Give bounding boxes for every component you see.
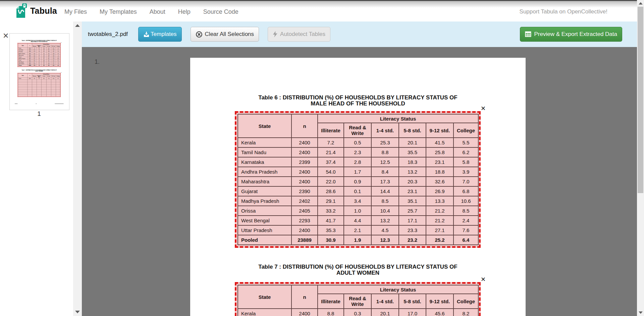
preview-export-button[interactable]: Preview & Export Extracted Data (520, 27, 622, 42)
table-cell: Kerala (238, 309, 291, 316)
main-content: twotables_2.pdf Templates Clear All Sele… (82, 21, 637, 316)
table-header-cell: Read & Write (344, 123, 371, 138)
table-cell: 8.8 (318, 309, 344, 316)
table-cell: 13.2 (371, 216, 399, 225)
table-cell: 22.0 (318, 177, 344, 186)
brand-name: Tabula (30, 6, 57, 16)
table-row: Karnataka 2399 37.4 2.8 12.5 18.3 23.1 5… (238, 157, 478, 167)
table-cell: 35.3 (318, 225, 344, 235)
table-cell: 23.1 (399, 186, 426, 196)
sidebar-scroll-down-icon[interactable] (75, 311, 80, 313)
table-header-group: Literacy Status (318, 114, 478, 123)
table-cell: Uttar Pradesh (238, 225, 291, 235)
table-header-cell: College (453, 294, 478, 309)
page-thumbnail[interactable]: Table 6 : DISTRIBUTION (%) OF HOUSEHOLDS… (9, 33, 69, 110)
table-cell: 8.2 (453, 309, 478, 316)
table-cell: 2400 (291, 177, 318, 186)
table-header-n: n (291, 114, 318, 138)
table-header-n: n (291, 285, 318, 309)
table-cell: 2.8 (344, 157, 371, 167)
table-cell: 21.2 (426, 206, 453, 216)
remove-page-icon[interactable]: ✕ (3, 32, 9, 40)
spreadsheet-icon (525, 31, 532, 37)
clear-all-selections-button[interactable]: Clear All Selections (191, 27, 259, 42)
thumbnail-sidebar: ✕ Table 6 : DISTRIBUTION (%) OF HOUSEHOL… (0, 21, 73, 316)
table-cell: 14.4 (371, 186, 399, 196)
table-cell: 17.3 (371, 177, 399, 186)
table-cell: 8.4 (371, 167, 399, 177)
table-cell: 21.2 (426, 216, 453, 225)
autodetect-button-label: Autodetect Tables (280, 31, 325, 38)
table-cell: 32.6 (426, 177, 453, 186)
support-link[interactable]: Support Tabula on OpenCollective! (520, 2, 607, 21)
table-header-state: State (238, 114, 291, 138)
table6-selection[interactable]: State n Literacy Status IlliterateRead &… (235, 111, 481, 248)
table-cell: 8.5 (453, 206, 478, 216)
autodetect-tables-button[interactable]: Autodetect Tables (268, 27, 330, 42)
nav-item-my-templates[interactable]: My Templates (100, 8, 137, 15)
table-row: Kerala 2400 8.8 0.3 20.1 17.0 45.6 8.2 (238, 309, 478, 316)
table-cell: 7.0 (453, 177, 478, 186)
table-header-cell: 5-8 std. (399, 294, 426, 309)
table-cell: 27.1 (426, 225, 453, 235)
thumbnail-page-number: 1 (9, 110, 69, 118)
table-cell: 2405 (291, 206, 318, 216)
table-row: Tamil Nadu 2400 21.4 2.3 8.8 35.5 25.8 6… (238, 147, 478, 157)
brand-link[interactable]: Tabula (15, 3, 57, 18)
scroll-up-icon[interactable] (639, 2, 643, 5)
table-cell: 8.5 (371, 196, 399, 206)
pdf-page[interactable]: Table 6 : DISTRIBUTION (%) OF HOUSEHOLDS… (190, 58, 526, 316)
table-cell: 21.4 (318, 147, 344, 157)
table-cell: Kerala (238, 138, 291, 147)
table-cell: 2293 (291, 216, 318, 225)
table7-body: Kerala 2400 8.8 0.3 20.1 17.0 45.6 8.2 (238, 309, 478, 316)
table7-close-icon[interactable]: ✕ (481, 276, 486, 282)
save-icon (143, 31, 150, 38)
nav-item-source-code[interactable]: Source Code (203, 8, 238, 15)
table-row: West Bengal 2293 41.7 4.4 13.2 17.1 21.2… (238, 216, 478, 225)
nav-item-about[interactable]: About (150, 8, 165, 15)
table-cell: Tamil Nadu (238, 147, 291, 157)
table-cell: 6.4 (453, 235, 478, 245)
table-row: Kerala 2400 7.2 0.5 25.3 20.1 41.5 5.5 (238, 138, 478, 147)
table-header-cell: 5-8 std. (399, 123, 426, 138)
table-cell: 2402 (291, 196, 318, 206)
table-cell: Pooled (238, 235, 291, 245)
table-header-cell: College (453, 123, 478, 138)
table-cell: 7.2 (318, 138, 344, 147)
table-cell: West Bengal (238, 216, 291, 225)
table-cell: 12.5 (371, 157, 399, 167)
table7-title: Table 7 : DISTRIBUTION (%) OF HOUSEHOLDS… (190, 264, 526, 276)
table-cell: 28.6 (318, 186, 344, 196)
navbar: Tabula My Files My Templates About Help … (0, 0, 637, 21)
table7-title-line1: Table 7 : DISTRIBUTION (%) OF HOUSEHOLDS… (190, 264, 526, 270)
table7-selection[interactable]: State n Literacy Status IlliterateRead &… (235, 282, 481, 316)
scroll-down-icon[interactable] (639, 312, 643, 314)
window-scrollbar[interactable] (637, 0, 644, 316)
table-cell: 4.4 (344, 216, 371, 225)
table-cell: 13.3 (426, 196, 453, 206)
table-cell: Maharashtra (238, 177, 291, 186)
table-cell: 6.8 (453, 186, 478, 196)
table-cell: 0.1 (344, 186, 371, 196)
table-cell: 5.5 (453, 138, 478, 147)
table-cell: 2400 (291, 147, 318, 157)
table-cell: 10.4 (371, 206, 399, 216)
table-cell: 3.4 (344, 196, 371, 206)
nav-item-help[interactable]: Help (178, 8, 191, 15)
scrollbar-thumb[interactable] (638, 7, 643, 193)
table6-title-line2: MALE HEAD OF THE HOUSEHOLD (190, 101, 526, 107)
sidebar-scroll-up-icon[interactable] (75, 24, 80, 27)
table6-close-icon[interactable]: ✕ (481, 105, 486, 111)
table-cell: 25.7 (399, 206, 426, 216)
page-number-marker: 1. (95, 58, 100, 65)
table-header-cell: 9-12 std. (426, 294, 453, 309)
table-cell: 0.3 (344, 309, 371, 316)
nav-item-my-files[interactable]: My Files (64, 8, 87, 15)
table-cell: 2400 (291, 167, 318, 177)
table-cell: 17.1 (399, 216, 426, 225)
table-cell: 54.0 (318, 167, 344, 177)
table-cell: 8.8 (371, 147, 399, 157)
templates-button[interactable]: Templates (138, 27, 181, 42)
sidebar-scrollbar[interactable] (73, 21, 82, 316)
